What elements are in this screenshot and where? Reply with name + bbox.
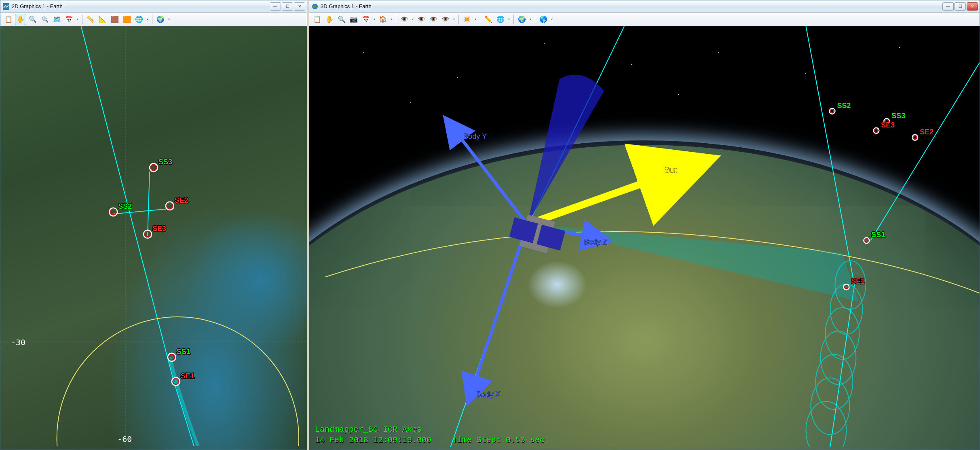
target-label-SS2: SS2 xyxy=(837,102,851,110)
target-label-SS2: SS2 xyxy=(118,202,132,210)
titlebar-2d[interactable]: 2D Graphics 1 - Earth — ☐ ✕ xyxy=(0,0,307,13)
globe-icon[interactable]: 🌐 xyxy=(495,14,506,25)
dropdown-icon[interactable]: ▾ xyxy=(167,17,171,21)
svg-point-7 xyxy=(151,165,156,170)
sun-label: Sun xyxy=(665,166,678,174)
zoom-in-icon[interactable]: 🔍 xyxy=(27,14,38,25)
body-x-label: Body X xyxy=(477,391,501,399)
toolbar-separator xyxy=(480,15,480,24)
ruler-icon[interactable]: 📏 xyxy=(85,14,96,25)
earth-icon[interactable]: 🌎 xyxy=(538,14,549,25)
svg-line-32 xyxy=(459,136,528,225)
dropdown-icon[interactable]: ▾ xyxy=(528,17,532,21)
eye-3-icon[interactable]: 👁️ xyxy=(428,14,439,25)
calendar-icon[interactable]: 📅 xyxy=(63,14,75,25)
target-label-SS1: SS1 xyxy=(177,348,190,356)
home-icon[interactable]: 🏠 xyxy=(377,14,389,25)
svg-point-14 xyxy=(112,210,115,214)
pencil-icon[interactable]: ✏️ xyxy=(483,14,494,25)
notes-icon[interactable]: 📋 xyxy=(312,14,323,25)
calendar-icon[interactable]: 📅 xyxy=(360,14,372,25)
toolbar-separator xyxy=(535,15,535,24)
lon-label: -60 xyxy=(117,434,132,444)
dropdown-icon[interactable]: ▾ xyxy=(389,17,393,21)
lat-label: -30 xyxy=(11,338,25,347)
camera-icon[interactable]: 📷 xyxy=(348,14,359,25)
map-2d-overlay: -30 -60 SS3SE2SS2SE3SS1SE1 xyxy=(0,26,307,446)
close-button[interactable]: ✕ xyxy=(967,2,978,11)
toolbar-separator xyxy=(458,15,459,24)
svg-point-29 xyxy=(815,354,853,410)
hud-timestep-value: 0.50 sec xyxy=(506,435,545,445)
pan-icon[interactable]: ✋ xyxy=(15,14,26,25)
dropdown-icon[interactable]: ▾ xyxy=(452,17,456,21)
layers-2-icon[interactable]: 🟧 xyxy=(121,14,133,25)
svg-point-49 xyxy=(865,239,868,242)
target-SE2: SE2 xyxy=(912,128,934,140)
target-label-SE2: SE2 xyxy=(920,128,934,136)
hud-overlay: Landmapper_BC ICR Axes 14 Feb 2018 12:09… xyxy=(315,425,545,446)
target-label-SE1: SE1 xyxy=(181,372,194,380)
body-y-label: Body Y xyxy=(463,132,487,141)
svg-line-33 xyxy=(475,224,527,382)
hud-timestep-label: Time Step: xyxy=(452,435,501,445)
toolbar-separator xyxy=(513,15,514,24)
dropdown-icon[interactable]: ▾ xyxy=(473,17,477,21)
svg-point-43 xyxy=(874,129,878,132)
earth-home-icon[interactable]: 🌍 xyxy=(516,14,528,25)
close-button[interactable]: ✕ xyxy=(294,2,305,11)
zoom-out-icon[interactable]: 🔍 xyxy=(39,14,51,25)
toolbar-separator xyxy=(152,15,152,24)
dropdown-icon[interactable]: ▾ xyxy=(372,17,376,21)
target-SS2: SS2 xyxy=(109,202,132,216)
minimize-button[interactable]: — xyxy=(942,2,954,11)
earth-icon[interactable]: 🌍 xyxy=(155,14,166,25)
dropdown-icon[interactable]: ▾ xyxy=(76,17,80,21)
app-icon-2d xyxy=(3,3,9,10)
dropdown-icon[interactable]: ▾ xyxy=(146,17,150,21)
ruler-2-icon[interactable]: 📐 xyxy=(97,14,108,25)
eye-4-icon[interactable]: 👁️ xyxy=(440,14,451,25)
spacecraft-model xyxy=(520,214,555,253)
hud-datetime: 14 Feb 2018 12:09:19.000 xyxy=(315,435,431,445)
target-label-SS3: SS3 xyxy=(891,112,905,120)
toolbar-2d: 📋 ✋ 🔍 🔍 🗺️ 📅 ▾ 📏 📐 🟫 🟧 🌐 ▾ 🌍 ▾ xyxy=(0,13,307,26)
target-label-SE2: SE2 xyxy=(175,196,188,204)
svg-point-46 xyxy=(913,136,917,139)
globe-map-icon[interactable]: 🗺️ xyxy=(51,14,63,25)
svg-point-8 xyxy=(152,166,155,169)
notes-icon[interactable]: 📋 xyxy=(3,14,14,25)
target-label-SE3: SE3 xyxy=(881,121,895,129)
svg-line-4 xyxy=(148,172,150,236)
svg-point-10 xyxy=(167,203,173,209)
toolbar-separator xyxy=(82,15,82,24)
svg-point-37 xyxy=(830,110,834,113)
viewport-2d[interactable]: -30 -60 SS3SE2SS2SE3SS1SE1 xyxy=(0,26,307,450)
window-3d-graphics: 3D Graphics 1 - Earth — ☐ ✕ 📋 ✋ 🔍 📷 📅 ▾ … xyxy=(309,0,980,450)
viewport-3d[interactable]: SS2SS3SE3SE2SS1SE1 Body Y Body X Body Z … xyxy=(309,26,980,450)
maximize-button[interactable]: ☐ xyxy=(955,2,966,11)
titlebar-3d[interactable]: 3D Graphics 1 - Earth — ☐ ✕ xyxy=(309,0,980,13)
zoom-in-icon[interactable]: 🔍 xyxy=(336,14,347,25)
title-3d: 3D Graphics 1 - Earth xyxy=(321,3,942,9)
minimize-button[interactable]: — xyxy=(270,2,281,11)
svg-point-30 xyxy=(811,378,849,435)
dropdown-icon[interactable]: ▾ xyxy=(507,17,511,21)
dropdown-icon[interactable]: ▾ xyxy=(550,17,554,21)
eye-2-icon[interactable]: 👁️ xyxy=(416,14,427,25)
target-SS3: SS3 xyxy=(150,158,172,172)
pan-icon[interactable]: ✋ xyxy=(324,14,335,25)
axes-icon[interactable]: ✴️ xyxy=(461,14,473,25)
target-label-SS1: SS1 xyxy=(871,231,885,239)
maximize-button[interactable]: ☐ xyxy=(282,2,293,11)
toolbar-separator xyxy=(396,15,396,24)
hud-line1: Landmapper_BC ICR Axes xyxy=(315,425,545,435)
eye-icon[interactable]: 👁️ xyxy=(399,14,410,25)
globe-icon[interactable]: 🌐 xyxy=(133,14,145,25)
layers-icon[interactable]: 🟫 xyxy=(109,14,120,25)
svg-point-11 xyxy=(168,204,171,208)
target-label-SS3: SS3 xyxy=(158,158,172,166)
dropdown-icon[interactable]: ▾ xyxy=(411,17,415,21)
target-SE3: SE3 xyxy=(873,121,895,134)
target-SS2: SS2 xyxy=(829,102,851,114)
